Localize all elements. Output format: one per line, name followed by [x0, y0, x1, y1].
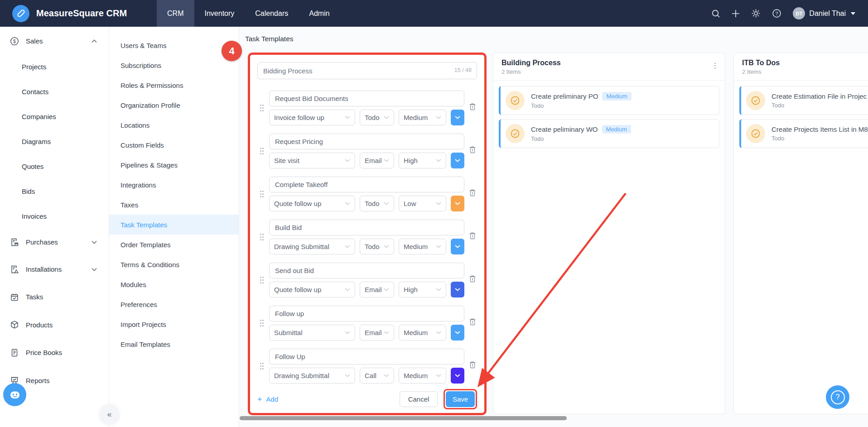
settings-item-pipelines-stages[interactable]: Pipelines & Stages: [109, 155, 239, 175]
template-name-input[interactable]: [257, 62, 477, 79]
search-icon[interactable]: [711, 9, 720, 18]
task-name-input[interactable]: [269, 134, 464, 149]
settings-item-integrations[interactable]: Integrations: [109, 175, 239, 195]
cancel-button[interactable]: Cancel: [400, 391, 438, 407]
task-item[interactable]: Create Projects Items List in M8 Todo: [739, 119, 868, 148]
drag-handle-icon[interactable]: [260, 319, 264, 327]
sidebar-item-sales[interactable]: $ Sales: [0, 28, 109, 54]
category-select[interactable]: Submittal: [269, 325, 355, 341]
settings-item-subscriptions[interactable]: Subscriptions: [109, 55, 239, 75]
category-select[interactable]: Quote follow up: [269, 282, 355, 297]
trash-icon[interactable]: [469, 146, 476, 154]
settings-item-users-teams[interactable]: Users & Teams: [109, 35, 239, 55]
settings-item-organization-profile[interactable]: Organization Profile: [109, 95, 239, 115]
sidebar-item-products[interactable]: Products: [0, 311, 109, 339]
task-name-input[interactable]: [269, 306, 464, 321]
trash-icon[interactable]: [469, 103, 476, 110]
color-select-button[interactable]: [451, 239, 464, 254]
settings-item-email-templates[interactable]: Email Templates: [109, 334, 239, 354]
trash-icon[interactable]: [469, 361, 476, 369]
color-select-button[interactable]: [451, 282, 464, 297]
priority-select[interactable]: High: [399, 282, 446, 297]
tab-calendars[interactable]: Calendars: [245, 0, 299, 27]
task-item[interactable]: Create preliminary PO Medium Todo: [499, 86, 719, 115]
drag-handle-icon[interactable]: [260, 362, 264, 370]
type-select[interactable]: Todo: [360, 110, 394, 125]
trash-icon[interactable]: [469, 232, 476, 240]
drag-handle-icon[interactable]: [260, 104, 264, 112]
color-select-button[interactable]: [451, 196, 464, 211]
task-name-input[interactable]: [269, 91, 464, 106]
priority-select[interactable]: Medium: [399, 325, 446, 341]
settings-item-import-projects[interactable]: Import Projects: [109, 314, 239, 334]
chat-widget-button[interactable]: [3, 383, 26, 406]
settings-item-custom-fields[interactable]: Custom Fields: [109, 135, 239, 155]
priority-select[interactable]: Low: [399, 196, 446, 211]
settings-item-task-templates[interactable]: Task Templates: [109, 215, 239, 235]
task-name-input[interactable]: [269, 177, 464, 192]
drag-handle-icon[interactable]: [260, 147, 264, 155]
type-select[interactable]: Email: [360, 325, 394, 341]
user-menu[interactable]: DT Daniel Thai: [793, 7, 855, 19]
sidebar-item-quotes[interactable]: Quotes: [0, 154, 109, 179]
sidebar-item-projects[interactable]: Projects: [0, 54, 109, 79]
sidebar-item-companies[interactable]: Companies: [0, 104, 109, 129]
horizontal-scrollbar-thumb[interactable]: [240, 416, 567, 420]
task-item[interactable]: Create Estimation File in Projec Todo: [739, 86, 868, 115]
settings-item-modules[interactable]: Modules: [109, 274, 239, 294]
tab-crm[interactable]: CRM: [157, 0, 194, 27]
trash-icon[interactable]: [469, 275, 476, 283]
type-select[interactable]: Call: [360, 368, 394, 384]
drag-handle-icon[interactable]: [260, 276, 264, 284]
priority-select[interactable]: High: [399, 153, 446, 168]
category-select[interactable]: Drawing Submittal: [269, 239, 355, 254]
sidebar-item-tasks[interactable]: Tasks: [0, 283, 109, 311]
task-name-input[interactable]: [269, 220, 464, 235]
save-button[interactable]: Save: [446, 391, 475, 407]
priority-select[interactable]: Medium: [399, 368, 446, 384]
category-select[interactable]: Quote follow up: [269, 196, 355, 211]
trash-icon[interactable]: [469, 318, 476, 326]
sidebar-item-purchases[interactable]: Purchases: [0, 229, 109, 255]
settings-item-order-templates[interactable]: Order Templates: [109, 235, 239, 254]
priority-select[interactable]: Medium: [399, 239, 446, 254]
settings-item-roles-permissions[interactable]: Roles & Permissions: [109, 75, 239, 95]
trash-icon[interactable]: [469, 189, 476, 197]
add-icon[interactable]: [732, 10, 740, 18]
kebab-menu-icon[interactable]: ⋮: [712, 62, 719, 69]
settings-item-preferences[interactable]: Preferences: [109, 294, 239, 314]
type-select[interactable]: Todo: [360, 196, 394, 211]
color-select-button[interactable]: [451, 368, 464, 384]
type-select[interactable]: Email: [360, 282, 394, 297]
settings-item-locations[interactable]: Locations: [109, 115, 239, 135]
category-select[interactable]: Site visit: [269, 153, 355, 168]
sidebar-item-diagrams[interactable]: Diagrams: [0, 129, 109, 154]
type-select[interactable]: Email: [360, 153, 394, 168]
add-task-button[interactable]: + Add: [257, 395, 278, 403]
task-item[interactable]: Create peliminary WO Medium Todo: [499, 119, 719, 148]
type-select[interactable]: Todo: [360, 239, 394, 254]
settings-item-taxes[interactable]: Taxes: [109, 195, 239, 215]
sidebar-item-price-books[interactable]: Price Books: [0, 339, 109, 366]
category-select[interactable]: Invoice follow up: [269, 110, 355, 125]
tab-inventory[interactable]: Inventory: [194, 0, 245, 27]
sidebar-item-installations[interactable]: Installations: [0, 255, 109, 283]
color-select-button[interactable]: [451, 325, 464, 341]
help-floating-button[interactable]: ?: [826, 385, 849, 409]
drag-handle-icon[interactable]: [260, 190, 264, 198]
gear-icon[interactable]: [751, 9, 761, 18]
color-select-button[interactable]: [451, 153, 464, 168]
sidebar-item-contacts[interactable]: Contacts: [0, 79, 109, 104]
tab-admin[interactable]: Admin: [299, 0, 340, 27]
category-select[interactable]: Drawing Submittal: [269, 368, 355, 384]
sidebar-collapse-button[interactable]: «: [99, 404, 120, 425]
sidebar-item-invoices[interactable]: Invoices: [0, 204, 109, 229]
priority-select[interactable]: Medium: [399, 110, 446, 125]
help-icon[interactable]: ?: [772, 9, 781, 18]
drag-handle-icon[interactable]: [260, 233, 264, 241]
task-name-input[interactable]: [269, 349, 464, 365]
settings-item-terms-conditions[interactable]: Terms & Conditions: [109, 254, 239, 274]
sidebar-item-bids[interactable]: Bids: [0, 179, 109, 204]
task-name-input[interactable]: [269, 263, 464, 278]
color-select-button[interactable]: [451, 110, 464, 125]
